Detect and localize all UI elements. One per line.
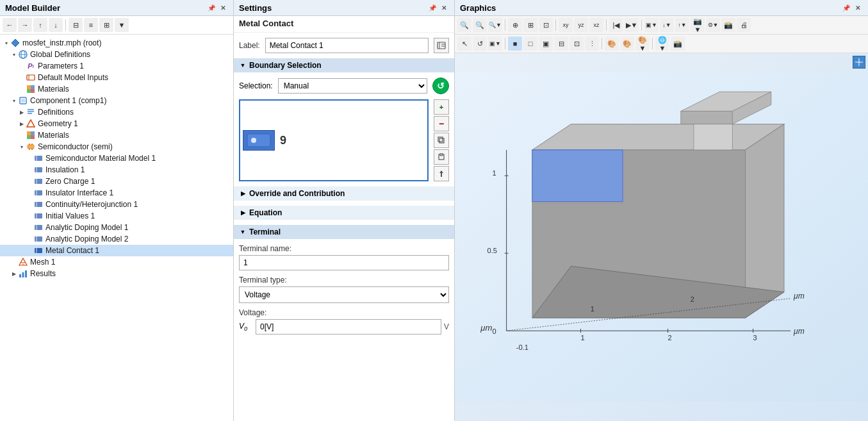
reset-view-button[interactable]: ⊕ (508, 18, 522, 32)
voltage-input[interactable] (256, 319, 441, 334)
yz-view-button[interactable]: yz (574, 18, 588, 32)
rotate-tool-button[interactable]: ↺ (473, 37, 487, 51)
tree-item-params1[interactable]: Pi Parameters 1 (0, 60, 233, 72)
expand-continuity[interactable] (26, 201, 33, 208)
scene-type-button[interactable]: ▣▼ (644, 18, 659, 32)
play-dropdown-button[interactable]: ▶▼ (625, 18, 639, 32)
tree-item-semiconductor[interactable]: ▾ Semiconductor (semi) (0, 141, 233, 153)
move-selection-button[interactable] (434, 166, 449, 181)
shading2-button[interactable]: □ (523, 37, 537, 51)
tree-item-analytic-dop2[interactable]: Analytic Doping Model 2 (0, 233, 233, 245)
close-settings-icon[interactable]: ✕ (439, 3, 449, 13)
tree-item-materials-global[interactable]: Materials (0, 83, 233, 95)
tree-item-insulation1[interactable]: Insulation 1 (0, 164, 233, 176)
expand-semiconductor[interactable]: ▾ (18, 143, 26, 151)
zoom-box-button[interactable]: 🔍▼ (488, 18, 502, 32)
pin-graphics-icon[interactable]: 📌 (841, 3, 851, 13)
selection-visual[interactable]: 9 (239, 99, 429, 181)
shading4-button[interactable]: ⊟ (554, 37, 568, 51)
terminal-type-select[interactable]: Voltage Current Circuit Floating (239, 286, 449, 303)
boundary-selection-section[interactable]: ▼ Boundary Selection (234, 58, 454, 72)
expand-definitions[interactable]: ▶ (18, 108, 26, 116)
shading3-button[interactable]: ▣ (539, 37, 553, 51)
close-graphics-icon[interactable]: ✕ (853, 3, 863, 13)
color3-button[interactable]: 🎨▼ (635, 37, 650, 51)
tree-item-mesh1[interactable]: Mesh 1 (0, 256, 233, 268)
close-mb-icon[interactable]: ✕ (218, 3, 228, 13)
tree-item-definitions[interactable]: ▶ Definitions (0, 106, 233, 118)
forward-button[interactable]: → (18, 18, 32, 32)
terminal-section[interactable]: ▼ Terminal (234, 225, 454, 239)
terminal-name-input[interactable] (239, 255, 449, 270)
override-contribution-section[interactable]: ▶ Override and Contribution (234, 186, 454, 201)
expand-geometry1[interactable]: ▶ (18, 120, 26, 128)
expand-insulator-if[interactable] (26, 189, 33, 197)
tree-item-global-def[interactable]: ▾ Global Definitions (0, 49, 233, 60)
up-button[interactable]: ↑ (33, 18, 47, 32)
expand-params1[interactable] (18, 62, 26, 70)
xy-view-button[interactable]: xy (559, 18, 573, 32)
back-button[interactable]: ← (3, 18, 17, 32)
zoom-out-button[interactable]: 🔍 (473, 18, 487, 32)
color1-button[interactable]: 🎨 (605, 37, 619, 51)
expand-insulation1[interactable] (26, 166, 33, 174)
screenshot2-button[interactable]: 📸 (671, 37, 685, 51)
tree-item-continuity[interactable]: Continuity/Heterojunction 1 (0, 199, 233, 210)
tree-item-semi-mat[interactable]: Semiconductor Material Model 1 (0, 153, 233, 164)
corner-nav-icon[interactable] (853, 56, 865, 69)
paste-selection-button[interactable] (434, 149, 449, 165)
print-button[interactable]: 🖨 (737, 18, 751, 32)
settings-graphics-button[interactable]: ⚙▼ (706, 18, 720, 32)
view-dropdown-button[interactable]: ▼ (115, 18, 129, 32)
fit-button[interactable]: ⊞ (523, 18, 537, 32)
tree-item-geometry1[interactable]: ▶ Geometry 1 (0, 118, 233, 129)
tree-item-analytic-dop1[interactable]: Analytic Doping Model 1 (0, 222, 233, 233)
xz-view-button[interactable]: xz (589, 18, 603, 32)
create-selection-button[interactable]: ↺ (432, 78, 449, 94)
expand-mesh1[interactable] (10, 258, 18, 266)
display-mode-button[interactable]: ▣▼ (488, 37, 502, 51)
expand-comp1[interactable]: ▾ (10, 97, 18, 104)
tree-item-default-inputs[interactable]: Default Model Inputs (0, 72, 233, 83)
expand-materials-comp[interactable] (18, 131, 26, 139)
expand-analytic-dop2[interactable] (26, 235, 33, 243)
expand-global-def[interactable]: ▾ (10, 51, 18, 58)
tree-item-initial-vals[interactable]: Initial Values 1 (0, 210, 233, 222)
screenshot-button[interactable]: 📸 (721, 18, 735, 32)
expand-initial-vals[interactable] (26, 212, 33, 220)
color2-button[interactable]: 🎨 (620, 37, 634, 51)
import-button[interactable]: ↑▼ (675, 18, 689, 32)
label-action-button[interactable] (434, 38, 449, 53)
tree-item-results[interactable]: ▶ Results (0, 268, 233, 279)
tree-item-materials-comp[interactable]: Materials (0, 129, 233, 141)
graphics-viewport[interactable]: μm μm μm 1 2 3 0 0.5 1 1 2 -0.1 (455, 53, 868, 421)
expand-default-inputs[interactable] (18, 74, 26, 81)
tree-item-metal-contact1[interactable]: Metal Contact 1 (0, 245, 233, 256)
tree-item-root[interactable]: ▾ mosfet_instr.mph (root) (0, 37, 233, 49)
expand-analytic-dop1[interactable] (26, 224, 33, 231)
camera-button[interactable]: 📷▼ (691, 18, 705, 32)
first-frame-button[interactable]: |◀ (609, 18, 623, 32)
copy-selection-button[interactable] (434, 133, 449, 148)
pin-settings-icon[interactable]: 📌 (427, 3, 438, 13)
expand-root[interactable]: ▾ (3, 39, 10, 47)
add-to-selection-button[interactable]: + (434, 99, 449, 115)
expand-semi-mat[interactable] (26, 154, 33, 162)
selection-dropdown[interactable]: Manual (278, 78, 427, 94)
select-button[interactable]: ⊡ (539, 18, 553, 32)
down-button[interactable]: ↓ (49, 18, 63, 32)
expand-materials-global[interactable] (18, 85, 26, 93)
globe-view-button[interactable]: 🌐▼ (655, 37, 669, 51)
list-view-button[interactable]: ≡ (84, 18, 98, 32)
shading5-button[interactable]: ⊡ (569, 37, 584, 51)
equation-section[interactable]: ▶ Equation (234, 206, 454, 220)
grid-view-button[interactable]: ⊞ (99, 18, 113, 32)
label-input[interactable] (265, 38, 429, 53)
wireframe-button[interactable]: ⋮ (585, 37, 599, 51)
expand-metal-contact1[interactable] (26, 247, 33, 254)
tree-item-insulator-if[interactable]: Insulator Interface 1 (0, 187, 233, 199)
pin-icon[interactable]: 📌 (206, 3, 217, 13)
arrow-tool-button[interactable]: ↖ (457, 37, 471, 51)
expand-zero-charge[interactable] (26, 177, 33, 185)
tree-item-zero-charge[interactable]: Zero Charge 1 (0, 176, 233, 187)
